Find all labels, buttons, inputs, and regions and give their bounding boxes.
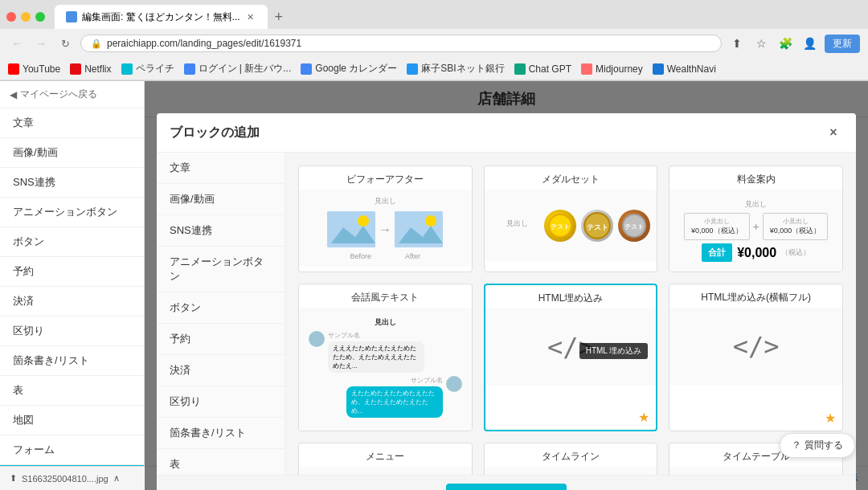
- modal-footer: 決定: [157, 475, 856, 490]
- block-card-before-after[interactable]: ビフォーアフター 見出し: [298, 165, 473, 272]
- pricing-value-1: ¥0,000（税込）: [691, 226, 743, 236]
- sidebar-item-table[interactable]: 表: [0, 376, 144, 406]
- minimize-window-btn[interactable]: [21, 12, 31, 22]
- sidebar-item-reservation[interactable]: 予約: [0, 257, 144, 287]
- modal-close-button[interactable]: ×: [824, 123, 843, 142]
- modal-nav-payment[interactable]: 決済: [157, 355, 285, 386]
- tab-close-icon[interactable]: ✕: [245, 11, 256, 22]
- block-card-title-pricing: 料金案内: [669, 166, 842, 190]
- wealthnavi-favicon: [653, 63, 664, 75]
- modal-nav-animation[interactable]: アニメーションボタン: [157, 247, 285, 292]
- chat-avatar-right-1: [446, 376, 462, 392]
- bookmark-icon[interactable]: ☆: [752, 35, 770, 52]
- bookmark-label-peraichi: ペライチ: [136, 62, 174, 76]
- download-icon: ⬆: [10, 473, 17, 484]
- svg-text:テスト: テスト: [587, 223, 608, 231]
- pricing-total-row: 合計 ¥0,000 （税込）: [679, 243, 833, 262]
- bookmark-peraichi[interactable]: ペライチ: [121, 62, 174, 76]
- modal-body: 文章 画像/動画 SNS連携 アニメーションボタン ボタン 予約 決済 区切り …: [157, 153, 856, 475]
- modal-nav-image[interactable]: 画像/動画: [157, 184, 285, 215]
- modal-nav-bun[interactable]: 文章: [157, 153, 285, 184]
- bookmark-label-midjourney: Midjourney: [596, 63, 643, 75]
- modal-nav-divider[interactable]: 区切り: [157, 386, 285, 418]
- bookmark-label-youtube: YouTube: [23, 63, 60, 75]
- bookmark-mahjong[interactable]: 麻子SBIネット銀行: [407, 62, 504, 76]
- back-to-mypage[interactable]: ◀ マイページへ戻る: [0, 81, 144, 108]
- confirm-button[interactable]: 決定: [446, 484, 567, 490]
- modal-nav-table[interactable]: 表: [157, 449, 285, 475]
- block-card-preview-pricing: 見出し 小見出し ¥0,000（税込） +: [669, 190, 842, 272]
- share-icon[interactable]: ⬆: [728, 35, 746, 52]
- browser-user-icon[interactable]: 👤: [800, 35, 818, 52]
- download-filename: S166325004810....jpg: [22, 474, 108, 484]
- sidebar-item-button[interactable]: ボタン: [0, 227, 144, 257]
- sidebar-item-list[interactable]: 箇条書き/リスト: [0, 346, 144, 376]
- pricing-value-2: ¥0,000（税込）: [770, 226, 821, 236]
- modal-nav-reservation[interactable]: 予約: [157, 324, 285, 355]
- ba-caption: Before After: [350, 252, 421, 260]
- modal-nav-sns[interactable]: SNS連携: [157, 215, 285, 247]
- block-card-html-embed-full[interactable]: HTML埋め込み(横幅フル) </> ★: [669, 284, 843, 431]
- ba-arrow-icon: →: [379, 223, 391, 237]
- sidebar-item-sns[interactable]: SNS連携: [0, 168, 144, 198]
- address-bar[interactable]: 🔒 peraichiapp.com/landing_pages/edit/161…: [80, 35, 722, 52]
- chatgpt-favicon: [514, 63, 526, 75]
- sidebar-item-animation[interactable]: アニメーションボタン: [0, 198, 144, 227]
- fullscreen-window-btn[interactable]: [35, 12, 45, 22]
- block-card-title-html-embed: HTML埋め込み: [485, 285, 657, 308]
- bookmark-midjourney[interactable]: Midjourney: [581, 63, 643, 75]
- block-card-pricing[interactable]: 料金案内 見出し 小見出し ¥0,000（税込）: [669, 165, 843, 272]
- modal-nav-list[interactable]: 箇条書き/リスト: [157, 418, 285, 449]
- pricing-total-value: ¥0,000: [737, 246, 776, 260]
- block-card-chat[interactable]: 会話風テキスト 見出し サンプル名 えええたためたえたえた: [298, 284, 473, 431]
- bookmark-gcal[interactable]: Google カレンダー: [301, 62, 397, 76]
- lock-icon: 🔒: [91, 39, 102, 49]
- forward-button[interactable]: →: [32, 35, 50, 52]
- modal-title: ブロックの追加: [170, 125, 260, 141]
- block-card-preview-menu: ■■■■■ ・・・・・・・・・ ¥0,000: [299, 467, 472, 475]
- update-button[interactable]: 更新: [825, 35, 860, 53]
- bookmark-wealthnavi[interactable]: WealthNavi: [653, 63, 716, 75]
- bookmark-netflix[interactable]: Netflix: [70, 63, 111, 75]
- sidebar-item-divider[interactable]: 区切り: [0, 316, 144, 346]
- svg-text:テスト: テスト: [624, 223, 644, 231]
- gcal-favicon: [301, 63, 312, 75]
- block-card-menu[interactable]: メニュー ■■■■■ ・・・・・・・・・ ¥0,0: [298, 443, 473, 475]
- back-button[interactable]: ←: [8, 35, 26, 52]
- block-card-preview-before-after: 見出し: [299, 190, 472, 267]
- sidebar-item-payment[interactable]: 決済: [0, 287, 144, 316]
- bookmark-chatgpt[interactable]: Chat GPT: [514, 63, 571, 75]
- app-area: ◀ マイページへ戻る 文章 画像/動画 SNS連携 アニメーションボタン ボタン…: [0, 81, 868, 490]
- chat-bubble-right-1: サンプル名 えたためたえたためたえたため、えたたえためたえたため...: [309, 376, 462, 418]
- tab-title: 編集画面: 驚くほどカンタン！無料...: [82, 10, 240, 24]
- chat-bubble-left-1: サンプル名 えええたためたえたえためたたため、えたためえええたためたえ...: [309, 331, 462, 373]
- extensions-icon[interactable]: 🧩: [776, 35, 794, 52]
- sidebar-item-form[interactable]: フォーム: [0, 435, 144, 465]
- bookmark-youtube[interactable]: YouTube: [8, 63, 60, 75]
- block-card-html-embed[interactable]: HTML埋め込み </> HTML 埋め込み ★: [484, 284, 658, 431]
- new-tab-button[interactable]: +: [268, 6, 290, 28]
- chat-preview: 見出し サンプル名 えええたためたえたえためたたため、えたためえええたためたえ.…: [305, 314, 465, 424]
- close-window-btn[interactable]: [6, 12, 16, 22]
- modal-content-area: ビフォーアフター 見出し: [285, 153, 856, 475]
- help-button[interactable]: ？ 質問する: [780, 433, 855, 458]
- medal-subtitle: 見出し: [491, 218, 545, 229]
- block-card-medal[interactable]: メダルセット 見出し テスト: [484, 165, 658, 272]
- tab-bar: 編集画面: 驚くほどカンタン！無料... ✕ +: [0, 0, 868, 29]
- modal-nav-button[interactable]: ボタン: [157, 292, 285, 324]
- sidebar-item-image[interactable]: 画像/動画: [0, 138, 144, 168]
- bookmark-label-chatgpt: Chat GPT: [529, 63, 571, 75]
- block-card-timeline[interactable]: タイムライン: [484, 443, 658, 475]
- bookmarks-bar: YouTube Netflix ペライチ ログイン | 新生バウ... Goog…: [0, 58, 868, 80]
- bookmark-label-shinsei: ログイン | 新生バウ...: [199, 62, 292, 76]
- star-icon-html-embed-full: ★: [825, 410, 836, 426]
- left-sidebar: ◀ マイページへ戻る 文章 画像/動画 SNS連携 アニメーションボタン ボタン…: [0, 81, 145, 490]
- bookmark-shinsei[interactable]: ログイン | 新生バウ...: [184, 62, 292, 76]
- modal-overlay: ブロックの追加 × 文章 画像/動画 SNS連携 アニメーションボタン ボタン …: [145, 81, 868, 490]
- active-tab[interactable]: 編集画面: 驚くほどカンタン！無料... ✕: [55, 5, 268, 29]
- sidebar-item-bun[interactable]: 文章: [0, 108, 144, 138]
- shinsei-favicon: [184, 63, 195, 75]
- chat-name-left-1: サンプル名: [328, 331, 424, 340]
- reload-button[interactable]: ↻: [56, 35, 74, 52]
- sidebar-item-map[interactable]: 地図: [0, 406, 144, 435]
